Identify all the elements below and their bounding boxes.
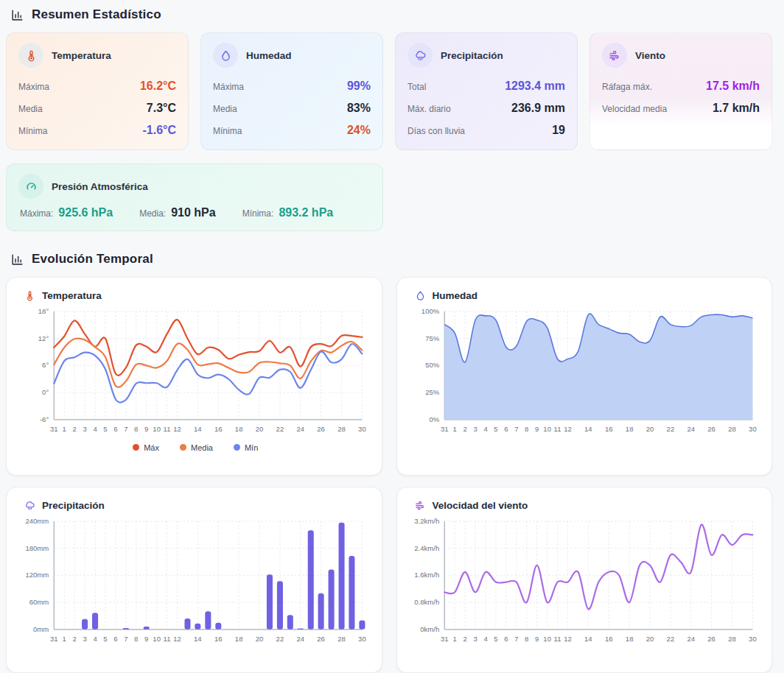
svg-text:26: 26 xyxy=(317,635,325,643)
wind-chart-card: Velocidad del viento 3.2km/h2.4km/h1.6km… xyxy=(396,487,773,673)
stat-label: Media xyxy=(18,104,43,114)
wind-chart-header: Velocidad del viento xyxy=(415,500,763,511)
svg-text:31: 31 xyxy=(50,635,58,643)
svg-text:120mm: 120mm xyxy=(25,571,49,579)
svg-text:10: 10 xyxy=(153,425,161,433)
svg-text:8: 8 xyxy=(525,635,528,643)
svg-text:6: 6 xyxy=(113,425,117,433)
precipitation-chart-canvas[interactable]: 240mm180mm120mm60mm0mm311234567891011121… xyxy=(18,517,373,649)
svg-text:9: 9 xyxy=(144,425,148,433)
precipitation-chart-header: Precipitación xyxy=(24,500,373,511)
svg-text:16: 16 xyxy=(605,425,613,433)
svg-text:11: 11 xyxy=(553,635,561,643)
temperature-chart-title: Temperatura xyxy=(42,290,102,301)
stat-label: Mínima xyxy=(213,126,242,136)
svg-text:18: 18 xyxy=(235,425,243,433)
pressure-label: Media: xyxy=(139,208,166,219)
svg-text:3.2km/h: 3.2km/h xyxy=(414,517,439,525)
precipitation-card-header: Precipitación xyxy=(407,43,565,68)
stat-row-temp-media: Media 7.3°C xyxy=(18,97,176,119)
svg-text:3: 3 xyxy=(473,425,477,433)
weather-dashboard: Resumen Estadístico Temperatura Máxima 1… xyxy=(0,0,784,673)
svg-text:5: 5 xyxy=(103,425,107,433)
pressure-card: Presión Atmosférica Máxima: 925.6 hPa Me… xyxy=(6,163,383,231)
humidity-card: Humedad Máxima 99% Media 83% Mínima 24% xyxy=(200,32,383,150)
legend-item-media[interactable]: Media xyxy=(180,443,213,452)
svg-text:28: 28 xyxy=(728,635,736,643)
svg-text:6: 6 xyxy=(504,635,508,643)
svg-text:1.6km/h: 1.6km/h xyxy=(414,571,439,579)
stat-value: 1293.4 mm xyxy=(505,80,565,93)
stat-label: Media xyxy=(213,104,237,114)
humidity-chart-title: Humedad xyxy=(433,290,478,301)
svg-text:2: 2 xyxy=(463,635,466,643)
stat-row-prec-max-diario: Máx. diario 236.9 mm xyxy=(407,97,565,119)
svg-text:16: 16 xyxy=(214,635,223,643)
svg-text:3: 3 xyxy=(83,635,86,643)
svg-text:20: 20 xyxy=(645,635,654,643)
svg-text:10: 10 xyxy=(153,635,161,643)
legend-label-media: Media xyxy=(191,443,213,452)
stat-value: 16.2°C xyxy=(140,80,176,93)
svg-text:11: 11 xyxy=(164,425,171,433)
legend-item-min[interactable]: Mín xyxy=(234,443,258,452)
rain-cloud-icon xyxy=(407,43,433,68)
pressure-item-minima: Mínima: 893.2 hPa xyxy=(242,206,334,219)
stat-label: Máx. diario xyxy=(407,104,451,114)
svg-text:1: 1 xyxy=(452,425,456,433)
thermometer-icon xyxy=(24,290,35,301)
svg-text:30: 30 xyxy=(358,635,366,643)
svg-text:14: 14 xyxy=(194,635,202,643)
bar-chart-icon xyxy=(10,253,24,267)
svg-text:2: 2 xyxy=(72,425,76,433)
summary-section-header: Resumen Estadístico xyxy=(10,7,772,22)
precipitation-chart-title: Precipitación xyxy=(42,500,105,511)
pressure-value: 910 hPa xyxy=(171,206,215,219)
svg-text:12: 12 xyxy=(173,635,181,643)
pressure-item-media: Media: 910 hPa xyxy=(139,206,216,219)
pressure-label: Máxima: xyxy=(20,208,53,219)
svg-text:22: 22 xyxy=(276,635,284,643)
svg-text:31: 31 xyxy=(440,425,448,433)
temperature-card-title: Temperatura xyxy=(52,50,111,61)
svg-text:10: 10 xyxy=(543,425,551,433)
droplet-icon xyxy=(415,290,426,301)
svg-text:60mm: 60mm xyxy=(29,598,49,606)
pressure-value: 893.2 hPa xyxy=(279,206,333,219)
gauge-icon xyxy=(18,174,43,199)
wind-chart-title: Velocidad del viento xyxy=(433,500,528,511)
temperature-chart-card: Temperatura 18°12°6°0°-6°311234567891011… xyxy=(6,277,382,476)
stat-row-wind-rafaga: Ráfaga máx. 17.5 km/h xyxy=(602,75,760,97)
temperature-card-header: Temperatura xyxy=(18,43,176,68)
pressure-item-maxima: Máxima: 925.6 hPa xyxy=(20,206,113,219)
stat-label: Velocidad media xyxy=(602,104,667,114)
wind-icon xyxy=(602,43,627,68)
svg-text:18: 18 xyxy=(235,635,243,643)
legend-dot-media xyxy=(180,444,186,451)
svg-text:2: 2 xyxy=(72,635,76,643)
svg-text:4: 4 xyxy=(483,635,488,643)
charts-grid: Temperatura 18°12°6°0°-6°311234567891011… xyxy=(6,277,772,673)
wind-chart-canvas[interactable]: 3.2km/h2.4km/h1.6km/h0.8km/h0km/h3112345… xyxy=(409,517,763,649)
svg-text:12: 12 xyxy=(564,425,572,433)
svg-text:6: 6 xyxy=(113,635,117,643)
legend-item-max[interactable]: Máx xyxy=(133,443,159,452)
svg-text:26: 26 xyxy=(707,635,715,643)
svg-text:9: 9 xyxy=(535,425,539,433)
stat-cards-row: Temperatura Máxima 16.2°C Media 7.3°C Mí… xyxy=(6,32,772,150)
svg-text:12°: 12° xyxy=(38,334,49,342)
svg-text:24: 24 xyxy=(687,635,695,643)
svg-text:24: 24 xyxy=(687,425,695,433)
svg-text:0mm: 0mm xyxy=(33,625,49,633)
svg-text:180mm: 180mm xyxy=(25,544,49,552)
humidity-chart-canvas[interactable]: 100%75%50%25%0%3112345678910111214161820… xyxy=(409,307,763,439)
svg-text:18: 18 xyxy=(625,635,633,643)
svg-text:0°: 0° xyxy=(42,388,49,396)
svg-text:30: 30 xyxy=(749,425,757,433)
stat-row-hum-maxima: Máxima 99% xyxy=(213,75,371,97)
svg-text:16: 16 xyxy=(214,425,223,433)
svg-text:22: 22 xyxy=(666,425,674,433)
svg-text:5: 5 xyxy=(494,635,497,643)
stat-value: 24% xyxy=(347,124,371,137)
temperature-chart-canvas[interactable]: 18°12°6°0°-6°311234567891011121416182022… xyxy=(18,307,373,439)
